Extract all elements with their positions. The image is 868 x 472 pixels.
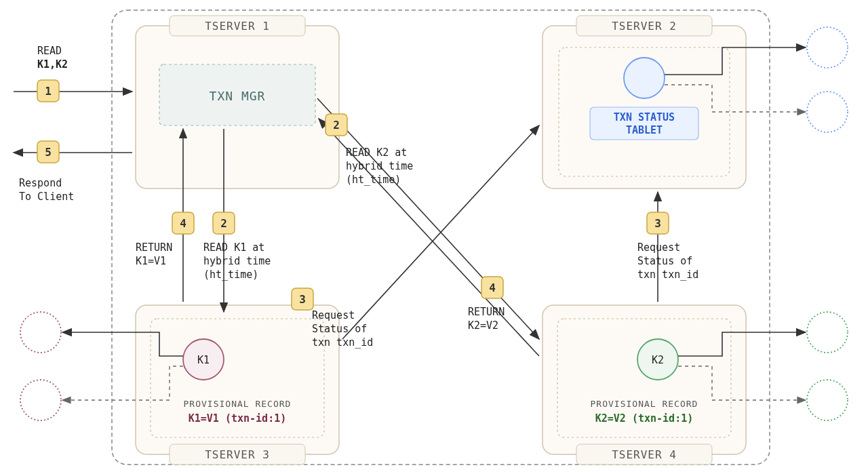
return-k1-l1: RETURN [136, 241, 172, 254]
read-k2-l2: hybrid time [346, 160, 413, 172]
svg-text:4: 4 [180, 217, 186, 230]
tserver-4: TSERVER 4 K2 PROVISIONAL RECORD K2=V2 (t… [542, 305, 746, 465]
svg-text:3: 3 [654, 217, 661, 230]
read-k1-l1: READ K1 at [203, 241, 264, 254]
req-status-ts4-l3: txn txn_id [637, 269, 698, 281]
read-k1-l2: hybrid time [203, 255, 271, 267]
svg-text:1: 1 [45, 85, 52, 98]
read-keys: K1,K2 [37, 58, 68, 71]
tserver-2-title: TSERVER 2 [612, 20, 677, 33]
txn-status-tablet-l1: TXN STATUS [614, 111, 675, 123]
txn-status-tablet-icon [624, 58, 665, 98]
svg-rect-10 [542, 305, 746, 454]
read-label: READ [37, 45, 62, 57]
return-k1-l2: K1=V1 [136, 255, 166, 267]
return-k2-l1: RETURN [468, 306, 505, 318]
req-status-ts4-l1: Request [637, 241, 680, 254]
badge-step-4-diag: 4 [481, 277, 503, 298]
txn-status-tablet-l2: TABLET [626, 124, 663, 136]
tserver-2: TSERVER 2 TXN STATUS TABLET [542, 16, 746, 189]
ts4-prov-label: PROVISIONAL RECORD [591, 399, 698, 409]
badge-step-5: 5 [37, 141, 59, 163]
req-status-ts3-l1: Request [312, 309, 355, 321]
ts4-replica-1-icon [807, 312, 848, 353]
badge-step-1: 1 [37, 80, 59, 102]
tserver-4-title: TSERVER 4 [612, 448, 677, 461]
ts3-replica-1-icon [20, 312, 61, 353]
svg-text:3: 3 [299, 293, 306, 306]
txn-mgr-label: TXN MGR [210, 89, 266, 103]
req-status-ts3-l2: Status of [312, 323, 367, 335]
req-status-ts4-l2: Status of [637, 255, 692, 267]
respond-l2: To Client [19, 191, 74, 203]
svg-rect-7 [136, 305, 339, 454]
ts2-replica-2-icon [807, 92, 848, 132]
badge-step-3-ts3: 3 [292, 288, 313, 310]
ts3-prov-label: PROVISIONAL RECORD [184, 399, 292, 409]
ts4-replica-2-icon [807, 380, 848, 420]
badge-step-2-vert: 2 [213, 212, 235, 234]
ts2-replica-1-icon [807, 27, 848, 68]
read-k1-l3: (ht_time) [203, 269, 258, 281]
arrow-read-k2 [317, 98, 539, 339]
svg-text:2: 2 [333, 119, 340, 132]
read-k2-l1: READ K2 at [346, 146, 407, 159]
tserver-3: TSERVER 3 K1 PROVISIONAL RECORD K1=V1 (t… [136, 305, 339, 465]
ts3-replica-2-icon [20, 380, 61, 420]
tserver-1-title: TSERVER 1 [205, 20, 270, 33]
ts3-prov-value: K1=V1 (txn-id:1) [189, 412, 287, 425]
req-status-ts3-l3: txn txn_id [312, 336, 373, 349]
ts4-prov-value: K2=V2 (txn-id:1) [595, 412, 694, 425]
diagram-canvas: TSERVER 1 TXN MGR TSERVER 2 TXN STATUS T… [0, 0, 868, 472]
respond-l1: Respond [19, 177, 62, 189]
k1-key-label: K1 [197, 354, 210, 366]
badge-step-2-diag: 2 [326, 114, 347, 136]
badge-step-3-ts4: 3 [647, 212, 669, 234]
svg-text:4: 4 [489, 281, 496, 294]
k2-key-label: K2 [652, 354, 664, 366]
svg-text:2: 2 [220, 217, 227, 230]
return-k2-l2: K2=V2 [468, 319, 498, 332]
tserver-1: TSERVER 1 TXN MGR [136, 16, 339, 189]
tserver-3-title: TSERVER 3 [205, 448, 270, 461]
svg-text:5: 5 [45, 146, 52, 159]
read-k2-l3: (ht_time) [346, 174, 401, 186]
badge-step-4-vert: 4 [172, 212, 194, 234]
